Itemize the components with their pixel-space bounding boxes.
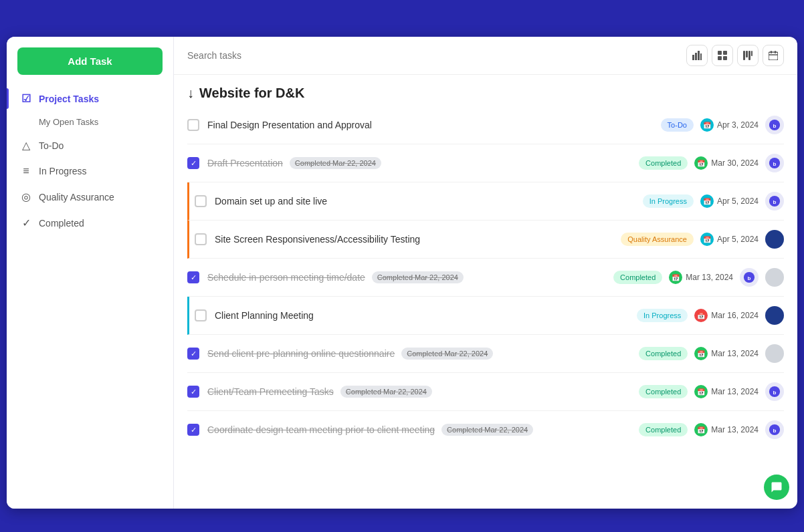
date-badge-t6: 📅 Mar 16, 2024 [694, 309, 759, 322]
date-badge-t8: 📅 Mar 13, 2024 [694, 385, 759, 398]
task-meta-t1: To-Do 📅 Apr 3, 2024 b [661, 116, 784, 134]
table-row: Site Screen Responsiveness/Accessibility… [187, 221, 784, 259]
table-row: ✓ Schedule in-person meeting time/date C… [187, 259, 784, 297]
task-checkbox-t6[interactable] [195, 309, 207, 321]
chat-bubble-button[interactable] [764, 475, 789, 500]
task-name-t8: Client/Team Premeeting Tasks Completed M… [207, 386, 631, 398]
svg-rect-11 [751, 51, 752, 56]
sidebar-nav: ☑ Project Tasks My Open Tasks △ To-Do ≡ … [7, 86, 173, 236]
avatar-t5: b [740, 268, 759, 287]
sidebar-label-project-tasks: Project Tasks [39, 94, 99, 104]
table-row: Domain set up and site live In Progress … [187, 182, 784, 221]
avatar-t7 [765, 344, 784, 363]
date-badge-t2: 📅 Mar 30, 2024 [694, 156, 759, 170]
completed-tag-t2: Completed Mar 22, 2024 [290, 157, 381, 169]
task-checkbox-t3[interactable] [195, 195, 207, 207]
task-name-t2: Draft Presentation Completed Mar 22, 202… [207, 157, 631, 169]
date-badge-t4: 📅 Apr 5, 2024 [700, 233, 759, 246]
svg-rect-7 [723, 56, 727, 60]
table-row: Client Planning Meeting In Progress 📅 Ma… [187, 297, 784, 335]
date-text-t7: Mar 13, 2024 [711, 349, 759, 358]
svg-text:b: b [773, 390, 777, 396]
task-checkbox-t4[interactable] [195, 233, 207, 245]
task-name-t9: Coordinate design team meeting prior to … [207, 424, 631, 436]
svg-rect-12 [769, 52, 778, 60]
view-grid-button[interactable] [712, 45, 733, 66]
svg-text:b: b [748, 275, 751, 281]
avatar-t4 [765, 230, 784, 249]
main-content: ↓ Website for D&K Final Design Presentat… [174, 37, 797, 509]
status-badge-t9: Completed [639, 423, 688, 436]
completed-tag-t9: Completed Mar 22, 2024 [441, 424, 533, 436]
svg-text:b: b [773, 161, 777, 167]
add-task-button[interactable]: Add Task [17, 47, 163, 75]
sidebar-item-completed[interactable]: ✓ Completed [7, 210, 173, 236]
table-row: Final Design Presentation and Approval T… [187, 106, 784, 144]
svg-rect-15 [775, 51, 776, 53]
cal-icon-t2: 📅 [694, 156, 708, 170]
avatar-t1: b [765, 116, 784, 134]
completed-tag-t5: Completed Mar 22, 2024 [372, 271, 464, 283]
task-meta-t7: Completed 📅 Mar 13, 2024 [639, 344, 784, 363]
task-meta-t3: In Progress 📅 Apr 5, 2024 b [643, 192, 784, 211]
svg-rect-3 [700, 53, 702, 60]
task-checkbox-t5[interactable]: ✓ [187, 271, 199, 283]
task-checkbox-t8[interactable]: ✓ [187, 386, 199, 398]
svg-rect-9 [746, 51, 748, 57]
svg-text:b: b [773, 428, 777, 434]
task-checkbox-t1[interactable] [187, 119, 199, 131]
cal-icon-t8: 📅 [694, 385, 708, 398]
view-icons [686, 45, 784, 66]
task-checkbox-t2[interactable]: ✓ [187, 157, 199, 169]
avatar2-t5 [765, 268, 784, 287]
task-name-t6: Client Planning Meeting [215, 310, 629, 321]
date-text-t3: Apr 5, 2024 [717, 196, 759, 206]
sidebar-item-project-tasks[interactable]: ☑ Project Tasks [7, 86, 173, 112]
date-text-t8: Mar 13, 2024 [711, 387, 759, 396]
status-badge-t6: In Progress [637, 309, 688, 322]
sidebar-item-my-open-tasks[interactable]: My Open Tasks [7, 112, 173, 132]
table-row: ✓ Draft Presentation Completed Mar 22, 2… [187, 144, 784, 182]
sidebar-item-qa[interactable]: ◎ Quality Assurance [7, 184, 173, 210]
table-row: ✓ Send client pre-planning online questi… [187, 335, 784, 373]
task-meta-t9: Completed 📅 Mar 13, 2024 b [639, 420, 784, 439]
view-kanban-button[interactable] [737, 45, 759, 66]
sidebar-item-in-progress[interactable]: ≡ In Progress [7, 158, 173, 184]
sidebar-label-completed: Completed [39, 218, 84, 229]
date-text-t5: Mar 13, 2024 [686, 273, 733, 282]
cal-icon-t4: 📅 [700, 233, 714, 246]
page-title: ↓ Website for D&K [174, 75, 797, 106]
task-checkbox-t9[interactable]: ✓ [187, 424, 199, 436]
task-checkbox-t7[interactable]: ✓ [187, 348, 199, 360]
status-badge-t3: In Progress [643, 194, 694, 208]
svg-rect-8 [743, 51, 745, 60]
cal-icon-t9: 📅 [694, 423, 708, 436]
table-row: ✓ Client/Team Premeeting Tasks Completed… [187, 373, 784, 411]
view-calendar-button[interactable] [763, 45, 784, 66]
avatar-t9: b [765, 420, 784, 439]
sidebar-item-todo[interactable]: △ To-Do [7, 132, 173, 158]
view-chart-button[interactable] [686, 45, 708, 66]
date-text-t1: Apr 3, 2024 [717, 120, 759, 130]
calendar-icon [769, 51, 778, 60]
task-name-t3: Domain set up and site live [215, 196, 635, 207]
sidebar-label-my-open-tasks: My Open Tasks [39, 117, 98, 127]
task-meta-t5: Completed 📅 Mar 13, 2024 b [613, 268, 784, 287]
page-title-arrow: ↓ [187, 86, 194, 101]
status-badge-t1: To-Do [661, 118, 694, 132]
completed-icon: ✓ [20, 217, 32, 229]
todo-icon: △ [20, 139, 32, 152]
search-input[interactable] [187, 50, 321, 61]
date-badge-t3: 📅 Apr 5, 2024 [700, 194, 759, 208]
sidebar-label-in-progress: In Progress [39, 166, 87, 176]
top-bar [174, 37, 797, 75]
status-badge-t7: Completed [639, 347, 688, 360]
status-badge-t5: Completed [613, 271, 662, 284]
kanban-icon [743, 51, 752, 60]
chart-icon [692, 51, 702, 60]
task-meta-t8: Completed 📅 Mar 13, 2024 b [639, 382, 784, 401]
sidebar: Add Task ☑ Project Tasks My Open Tasks △… [7, 37, 174, 509]
cal-icon-t1: 📅 [700, 118, 714, 132]
task-meta-t6: In Progress 📅 Mar 16, 2024 [637, 306, 784, 325]
completed-tag-t8: Completed Mar 22, 2024 [340, 386, 432, 398]
